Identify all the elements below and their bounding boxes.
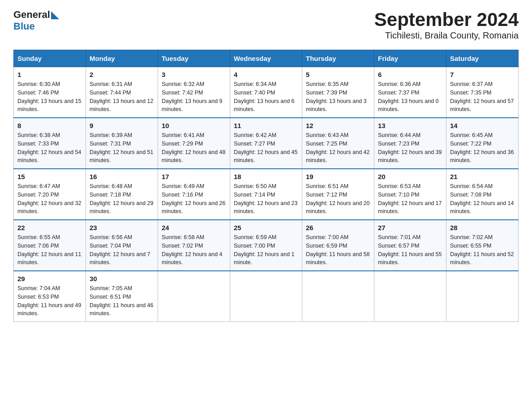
day-info: Sunrise: 6:35 AMSunset: 7:39 PMDaylight:… bbox=[306, 80, 370, 114]
day-info: Sunrise: 6:43 AMSunset: 7:25 PMDaylight:… bbox=[306, 131, 370, 165]
day-info: Sunrise: 6:49 AMSunset: 7:16 PMDaylight:… bbox=[162, 182, 226, 216]
day-number: 16 bbox=[90, 173, 154, 180]
calendar-cell: 20Sunrise: 6:53 AMSunset: 7:10 PMDayligh… bbox=[374, 169, 446, 220]
col-wednesday: Wednesday bbox=[230, 50, 302, 67]
day-number: 11 bbox=[234, 122, 298, 129]
days-of-week-row: Sunday Monday Tuesday Wednesday Thursday… bbox=[14, 50, 519, 67]
day-number: 30 bbox=[90, 275, 154, 283]
day-info: Sunrise: 6:58 AMSunset: 7:02 PMDaylight:… bbox=[162, 233, 226, 267]
day-info: Sunrise: 6:48 AMSunset: 7:18 PMDaylight:… bbox=[90, 182, 154, 216]
calendar-cell: 17Sunrise: 6:49 AMSunset: 7:16 PMDayligh… bbox=[158, 169, 230, 220]
day-info: Sunrise: 7:00 AMSunset: 6:59 PMDaylight:… bbox=[306, 233, 370, 267]
day-number: 23 bbox=[90, 224, 154, 231]
logo-triangle-icon bbox=[51, 11, 59, 19]
calendar-title: September 2024 bbox=[374, 9, 519, 30]
day-number: 18 bbox=[234, 173, 298, 180]
day-info: Sunrise: 6:56 AMSunset: 7:04 PMDaylight:… bbox=[90, 233, 154, 267]
calendar-cell: 14Sunrise: 6:45 AMSunset: 7:22 PMDayligh… bbox=[446, 118, 519, 169]
title-section: September 2024 Tichilesti, Braila County… bbox=[374, 9, 519, 41]
day-number: 19 bbox=[306, 173, 370, 180]
day-number: 5 bbox=[306, 71, 370, 78]
calendar-week-row: 22Sunrise: 6:55 AMSunset: 7:06 PMDayligh… bbox=[14, 220, 519, 271]
calendar-cell: 3Sunrise: 6:32 AMSunset: 7:42 PMDaylight… bbox=[158, 67, 230, 118]
col-thursday: Thursday bbox=[302, 50, 374, 67]
day-info: Sunrise: 6:42 AMSunset: 7:27 PMDaylight:… bbox=[234, 131, 298, 165]
day-number: 15 bbox=[17, 173, 82, 180]
logo-blue-text: Blue bbox=[13, 21, 35, 32]
day-info: Sunrise: 7:05 AMSunset: 6:51 PMDaylight:… bbox=[90, 284, 154, 318]
day-number: 1 bbox=[17, 71, 82, 78]
calendar-cell: 19Sunrise: 6:51 AMSunset: 7:12 PMDayligh… bbox=[302, 169, 374, 220]
calendar-cell: 16Sunrise: 6:48 AMSunset: 7:18 PMDayligh… bbox=[86, 169, 158, 220]
calendar-cell: 7Sunrise: 6:37 AMSunset: 7:35 PMDaylight… bbox=[446, 67, 519, 118]
col-tuesday: Tuesday bbox=[158, 50, 230, 67]
day-number: 6 bbox=[378, 71, 442, 78]
calendar-cell: 6Sunrise: 6:36 AMSunset: 7:37 PMDaylight… bbox=[374, 67, 446, 118]
day-number: 22 bbox=[17, 224, 82, 231]
day-number: 3 bbox=[162, 71, 226, 78]
day-number: 27 bbox=[378, 224, 442, 231]
day-info: Sunrise: 6:53 AMSunset: 7:10 PMDaylight:… bbox=[378, 182, 442, 216]
calendar-cell: 24Sunrise: 6:58 AMSunset: 7:02 PMDayligh… bbox=[158, 220, 230, 271]
calendar-cell: 30Sunrise: 7:05 AMSunset: 6:51 PMDayligh… bbox=[86, 271, 158, 322]
calendar-cell bbox=[158, 271, 230, 322]
calendar-cell: 15Sunrise: 6:47 AMSunset: 7:20 PMDayligh… bbox=[14, 169, 86, 220]
day-info: Sunrise: 6:45 AMSunset: 7:22 PMDaylight:… bbox=[450, 131, 515, 165]
day-info: Sunrise: 6:41 AMSunset: 7:29 PMDaylight:… bbox=[162, 131, 226, 165]
col-friday: Friday bbox=[374, 50, 446, 67]
logo: General Blue bbox=[13, 9, 59, 32]
calendar-cell: 1Sunrise: 6:30 AMSunset: 7:46 PMDaylight… bbox=[14, 67, 86, 118]
day-info: Sunrise: 6:44 AMSunset: 7:23 PMDaylight:… bbox=[378, 131, 442, 165]
day-number: 24 bbox=[162, 224, 226, 231]
calendar-cell: 4Sunrise: 6:34 AMSunset: 7:40 PMDaylight… bbox=[230, 67, 302, 118]
day-number: 25 bbox=[234, 224, 298, 231]
day-info: Sunrise: 6:37 AMSunset: 7:35 PMDaylight:… bbox=[450, 80, 515, 114]
day-number: 17 bbox=[162, 173, 226, 180]
calendar-cell: 26Sunrise: 7:00 AMSunset: 6:59 PMDayligh… bbox=[302, 220, 374, 271]
day-info: Sunrise: 7:02 AMSunset: 6:55 PMDaylight:… bbox=[450, 233, 515, 267]
calendar-cell: 27Sunrise: 7:01 AMSunset: 6:57 PMDayligh… bbox=[374, 220, 446, 271]
day-number: 29 bbox=[17, 275, 82, 283]
day-info: Sunrise: 6:30 AMSunset: 7:46 PMDaylight:… bbox=[17, 80, 82, 114]
calendar-cell bbox=[302, 271, 374, 322]
calendar-cell: 22Sunrise: 6:55 AMSunset: 7:06 PMDayligh… bbox=[14, 220, 86, 271]
day-info: Sunrise: 6:51 AMSunset: 7:12 PMDaylight:… bbox=[306, 182, 370, 216]
day-info: Sunrise: 7:04 AMSunset: 6:53 PMDaylight:… bbox=[17, 284, 82, 318]
day-number: 21 bbox=[450, 173, 515, 180]
calendar-week-row: 15Sunrise: 6:47 AMSunset: 7:20 PMDayligh… bbox=[14, 169, 519, 220]
calendar-cell: 8Sunrise: 6:38 AMSunset: 7:33 PMDaylight… bbox=[14, 118, 86, 169]
day-number: 7 bbox=[450, 71, 515, 78]
calendar-cell: 28Sunrise: 7:02 AMSunset: 6:55 PMDayligh… bbox=[446, 220, 519, 271]
day-number: 20 bbox=[378, 173, 442, 180]
calendar-cell: 2Sunrise: 6:31 AMSunset: 7:44 PMDaylight… bbox=[86, 67, 158, 118]
calendar-cell: 11Sunrise: 6:42 AMSunset: 7:27 PMDayligh… bbox=[230, 118, 302, 169]
day-number: 9 bbox=[90, 122, 154, 129]
calendar-cell bbox=[374, 271, 446, 322]
calendar-week-row: 1Sunrise: 6:30 AMSunset: 7:46 PMDaylight… bbox=[14, 67, 519, 118]
day-info: Sunrise: 6:31 AMSunset: 7:44 PMDaylight:… bbox=[90, 80, 154, 114]
calendar-cell: 13Sunrise: 6:44 AMSunset: 7:23 PMDayligh… bbox=[374, 118, 446, 169]
day-info: Sunrise: 6:38 AMSunset: 7:33 PMDaylight:… bbox=[17, 131, 82, 165]
calendar-cell: 29Sunrise: 7:04 AMSunset: 6:53 PMDayligh… bbox=[14, 271, 86, 322]
day-info: Sunrise: 6:55 AMSunset: 7:06 PMDaylight:… bbox=[17, 233, 82, 267]
day-number: 13 bbox=[378, 122, 442, 129]
day-info: Sunrise: 6:50 AMSunset: 7:14 PMDaylight:… bbox=[234, 182, 298, 216]
calendar-cell: 23Sunrise: 6:56 AMSunset: 7:04 PMDayligh… bbox=[86, 220, 158, 271]
day-number: 8 bbox=[17, 122, 82, 129]
calendar-table: Sunday Monday Tuesday Wednesday Thursday… bbox=[13, 50, 519, 322]
day-number: 26 bbox=[306, 224, 370, 231]
day-info: Sunrise: 6:39 AMSunset: 7:31 PMDaylight:… bbox=[90, 131, 154, 165]
logo-general-text: General bbox=[13, 9, 50, 21]
col-monday: Monday bbox=[86, 50, 158, 67]
page-header: General Blue September 2024 Tichilesti, … bbox=[13, 9, 519, 41]
calendar-week-row: 8Sunrise: 6:38 AMSunset: 7:33 PMDaylight… bbox=[14, 118, 519, 169]
calendar-cell: 21Sunrise: 6:54 AMSunset: 7:08 PMDayligh… bbox=[446, 169, 519, 220]
calendar-subtitle: Tichilesti, Braila County, Romania bbox=[374, 30, 519, 41]
calendar-cell: 10Sunrise: 6:41 AMSunset: 7:29 PMDayligh… bbox=[158, 118, 230, 169]
day-info: Sunrise: 6:32 AMSunset: 7:42 PMDaylight:… bbox=[162, 80, 226, 114]
col-saturday: Saturday bbox=[446, 50, 519, 67]
day-number: 28 bbox=[450, 224, 515, 231]
col-sunday: Sunday bbox=[14, 50, 86, 67]
calendar-cell: 25Sunrise: 6:59 AMSunset: 7:00 PMDayligh… bbox=[230, 220, 302, 271]
calendar-cell: 18Sunrise: 6:50 AMSunset: 7:14 PMDayligh… bbox=[230, 169, 302, 220]
